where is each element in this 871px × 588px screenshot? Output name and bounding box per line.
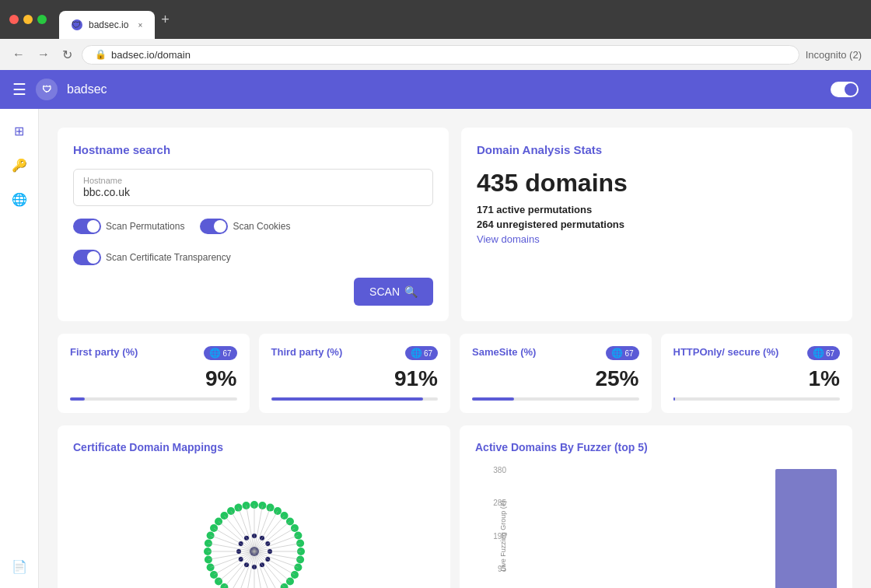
hostname-input[interactable] xyxy=(83,186,423,198)
refresh-button[interactable]: ↻ xyxy=(59,44,75,65)
svg-point-29 xyxy=(206,531,214,539)
metrics-row: First party (%) 🌐 67 9% Third party (%) … xyxy=(58,334,852,413)
unregistered-count: 264 xyxy=(477,219,494,230)
address-bar[interactable]: 🔒 badsec.io/domain xyxy=(82,45,799,65)
theme-toggle[interactable] xyxy=(831,82,859,97)
domain-stats-panel: Domain Analysis Stats 435 domains 171 ac… xyxy=(461,128,852,321)
svg-point-25 xyxy=(206,564,214,572)
hostname-search-panel: Hostname search Hostname Scan Permutatio… xyxy=(58,128,449,321)
active-permutations-row: 171 active permutations xyxy=(477,204,837,215)
hostname-input-label: Hostname xyxy=(83,176,423,185)
hamburger-menu-icon[interactable]: ☰ xyxy=(12,80,26,99)
scan-cert-toggle-item: Scan Certificate Transparency xyxy=(73,250,231,265)
metric-bar xyxy=(271,397,439,401)
metric-header: First party (%) 🌐 67 xyxy=(70,346,237,360)
chart-bar xyxy=(775,469,837,588)
sidebar-item-domains[interactable]: 🌐 xyxy=(10,190,29,208)
metric-card-2: SameSite (%) 🌐 67 25% xyxy=(460,334,652,413)
sidebar-item-reports[interactable]: 📄 xyxy=(10,557,29,576)
metric-title: SameSite (%) xyxy=(472,346,536,359)
app-header: ☰ 🛡 badsec xyxy=(0,70,871,109)
unregistered-permutations-row: 264 unregistered permutations xyxy=(477,219,837,230)
lock-icon: 🔒 xyxy=(95,49,107,60)
svg-line-70 xyxy=(231,551,254,588)
metric-badge: 🌐 67 xyxy=(405,346,438,360)
search-section-title: Hostname search xyxy=(73,143,433,156)
globe-icon: 🌐 xyxy=(209,348,221,359)
hostname-input-group[interactable]: Hostname xyxy=(73,169,433,206)
metric-bar xyxy=(472,397,639,401)
svg-point-13 xyxy=(285,578,293,586)
tab-bar: 🛡 badsec.io × + xyxy=(59,0,862,39)
scan-cert-label: Scan Certificate Transparency xyxy=(106,252,231,263)
scan-permutations-toggle-item: Scan Permutations xyxy=(73,219,184,234)
bottom-row: Certificate Domain Mappings Active Domai… xyxy=(58,425,852,588)
metric-value: 1% xyxy=(673,366,841,391)
sidebar: ⊞ 🔑 🌐 📄 xyxy=(0,109,39,588)
main-content: Hostname search Hostname Scan Permutatio… xyxy=(39,109,871,588)
metric-bar-fill xyxy=(472,397,514,401)
sidebar-item-dashboard[interactable]: ⊞ xyxy=(10,121,29,140)
metric-header: SameSite (%) 🌐 67 xyxy=(472,346,639,360)
scan-permutations-label: Scan Permutations xyxy=(106,221,184,232)
new-tab-button[interactable]: + xyxy=(155,12,176,28)
svg-line-66 xyxy=(254,551,262,588)
search-stats-row: Hostname search Hostname Scan Permutatio… xyxy=(58,128,852,321)
domain-stats-title: Domain Analysis Stats xyxy=(477,143,837,156)
svg-point-33 xyxy=(227,507,235,515)
metric-card-1: Third party (%) 🌐 67 91% xyxy=(259,334,451,413)
close-button[interactable] xyxy=(9,15,19,24)
nav-right: Incognito (2) xyxy=(806,49,862,61)
scan-cookies-toggle-item: Scan Cookies xyxy=(200,219,290,234)
metric-badge: 🌐 67 xyxy=(807,346,840,360)
domain-count: 435 domains xyxy=(477,169,837,198)
active-count: 171 xyxy=(477,204,494,215)
view-domains-link[interactable]: View domains xyxy=(477,233,837,245)
globe-icon: 🌐 xyxy=(813,348,824,359)
metric-bar-fill xyxy=(673,397,675,401)
metric-value: 25% xyxy=(472,366,639,391)
svg-point-26 xyxy=(204,555,212,563)
forward-button[interactable]: → xyxy=(34,44,53,65)
scan-button[interactable]: SCAN 🔍 xyxy=(354,278,433,306)
metric-bar xyxy=(70,397,237,401)
y-axis-label: 380 xyxy=(493,466,506,474)
globe-icon: 🌐 xyxy=(411,348,422,359)
svg-point-3 xyxy=(274,507,282,515)
scan-cert-toggle[interactable] xyxy=(73,250,101,265)
metric-card-3: HTTPOnly/ secure (%) 🌐 67 1% xyxy=(661,334,853,413)
scan-permutations-toggle[interactable] xyxy=(73,219,101,234)
cert-mappings-panel: Certificate Domain Mappings xyxy=(58,425,450,588)
metric-badge: 🌐 67 xyxy=(606,346,638,360)
bar-chart: 380285190950 Live Fuzzing Group (#) inse… xyxy=(475,466,837,588)
metric-title: Third party (%) xyxy=(271,346,343,359)
metric-badge-value: 67 xyxy=(222,349,231,358)
fuzzer-chart-panel: Active Domains By Fuzzer (top 5) 3802851… xyxy=(460,425,852,588)
sidebar-item-keys[interactable]: 🔑 xyxy=(10,156,29,174)
metric-value: 9% xyxy=(70,366,237,391)
y-axis-title: Live Fuzzing Group (#) xyxy=(499,500,507,572)
scan-toggles-row: Scan Permutations Scan Cookies Scan Cert… xyxy=(73,219,433,265)
app-title: badsec xyxy=(67,82,821,96)
minimize-button[interactable] xyxy=(23,15,33,24)
svg-point-28 xyxy=(204,540,212,548)
metric-bar-fill xyxy=(271,397,423,401)
scan-cookies-label: Scan Cookies xyxy=(233,221,290,232)
svg-point-5 xyxy=(285,517,293,525)
maximize-button[interactable] xyxy=(37,15,47,24)
traffic-lights xyxy=(9,15,47,24)
scan-cookies-toggle[interactable] xyxy=(200,219,228,234)
back-button[interactable]: ← xyxy=(9,44,28,65)
browser-nav: ← → ↻ 🔒 badsec.io/domain Incognito (2) xyxy=(0,39,871,70)
active-tab[interactable]: 🛡 badsec.io × xyxy=(59,11,155,39)
metric-card-0: First party (%) 🌐 67 9% xyxy=(58,334,250,413)
circle-visualization xyxy=(73,466,435,588)
tab-favicon: 🛡 xyxy=(72,19,82,30)
unregistered-label: unregistered permutations xyxy=(496,219,624,230)
svg-point-23 xyxy=(215,578,222,586)
tab-label: badsec.io xyxy=(89,19,128,30)
app-body: ⊞ 🔑 🌐 📄 Hostname search Hostname Scan Pe… xyxy=(0,109,871,588)
metric-header: Third party (%) 🌐 67 xyxy=(271,346,439,360)
tab-close-button[interactable]: × xyxy=(138,21,142,30)
incognito-label: Incognito (2) xyxy=(806,49,862,61)
